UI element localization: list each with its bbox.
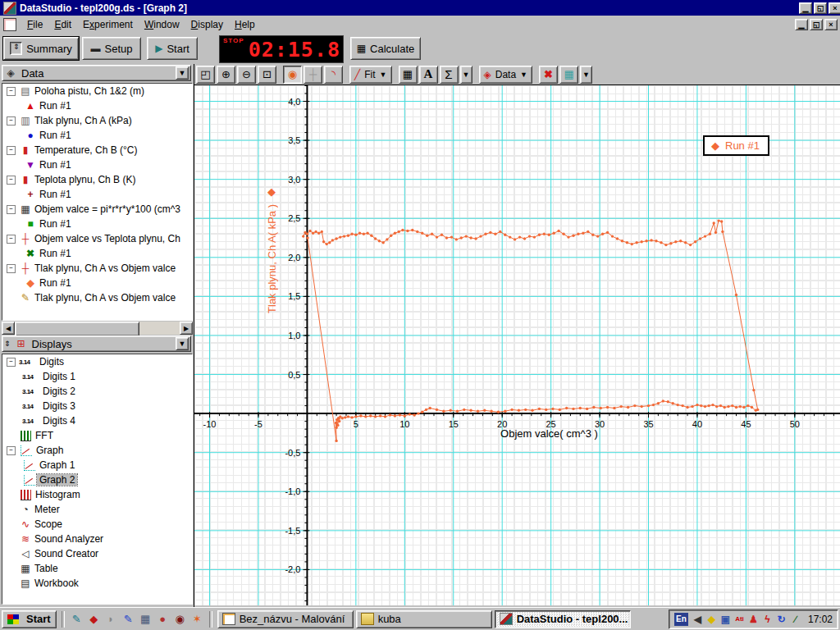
chart-canvas[interactable]: -10-55101520253035404550-2,0-1,5-1,0-0,5… bbox=[194, 85, 840, 605]
data-panel-header[interactable]: ◈ Data ▼ bbox=[2, 65, 191, 81]
lightning-icon[interactable]: ϟ bbox=[761, 613, 774, 626]
menu-edit[interactable]: Edit bbox=[48, 17, 77, 32]
title-bar[interactable]: DataStudio - tepl200g.ds - [Graph 2] ▁ ◱… bbox=[0, 0, 840, 16]
fit-dropdown[interactable]: ╱ Fit ▼ bbox=[349, 66, 392, 84]
display-item-workbook[interactable]: ▤Workbook bbox=[2, 576, 192, 591]
setup-button[interactable]: ▬ Setup bbox=[82, 37, 141, 60]
volume-icon[interactable]: ◀ bbox=[692, 613, 704, 626]
display-item-graph-2[interactable]: Graph 2 bbox=[2, 472, 192, 487]
smart-tool-button[interactable]: ◉ bbox=[283, 66, 302, 84]
data-item-0-run[interactable]: ▲Run #1 bbox=[2, 98, 192, 113]
graph-display[interactable]: -10-55101520253035404550-2,0-1,5-1,0-0,5… bbox=[194, 85, 840, 605]
graph-settings-button[interactable]: ▦ bbox=[559, 66, 578, 84]
task-button-datastudio[interactable]: DataStudio - tepl200... bbox=[495, 610, 631, 628]
display-item-digits-2[interactable]: 3.14Digits 2 bbox=[2, 384, 192, 399]
zoom-out-button[interactable]: ⊖ bbox=[237, 66, 256, 84]
scale-to-fit-button[interactable]: ◰ bbox=[196, 66, 215, 84]
start-menu-button[interactable]: Start bbox=[2, 610, 57, 628]
restore-button[interactable]: ◱ bbox=[814, 2, 827, 14]
displays-panel-dropdown-arrow[interactable]: ▼ bbox=[176, 337, 189, 350]
acrobat-reader-icon[interactable]: ◆ bbox=[87, 612, 101, 626]
legend[interactable]: ◆ Run #1 bbox=[703, 135, 769, 156]
data-item-5-run[interactable]: ✖Run #1 bbox=[2, 246, 192, 261]
graph-window-icon[interactable] bbox=[3, 18, 16, 31]
child-minimize-button[interactable]: ▁ bbox=[795, 19, 808, 30]
expander-icon[interactable]: − bbox=[7, 205, 16, 214]
display-item-sound-creator[interactable]: ◁Sound Creator bbox=[2, 546, 192, 561]
close-button[interactable]: × bbox=[829, 2, 840, 14]
expander-icon[interactable]: − bbox=[7, 235, 16, 244]
data-dropdown[interactable]: ◈ Data ▼ bbox=[479, 66, 533, 84]
zoom-in-button[interactable]: ⊕ bbox=[217, 66, 235, 84]
data-item-6-run[interactable]: ◆Run #1 bbox=[2, 276, 192, 290]
display-item-meter[interactable]: ◔Meter bbox=[2, 502, 192, 517]
data-panel-dropdown-arrow[interactable]: ▼ bbox=[176, 66, 189, 80]
child-close-button[interactable]: × bbox=[824, 19, 838, 30]
summary-button[interactable]: ⇕ Summary bbox=[3, 37, 79, 60]
display-item-graph[interactable]: −Graph bbox=[2, 443, 192, 458]
expander-icon[interactable]: − bbox=[7, 264, 16, 273]
keyboard-layout-indicator[interactable]: En bbox=[674, 613, 688, 626]
start-button[interactable]: ▶ Start bbox=[147, 37, 198, 60]
user-icon[interactable]: ♟ bbox=[747, 613, 760, 626]
scroll-left-arrow[interactable]: ◀ bbox=[2, 322, 15, 335]
display-item-histogram[interactable]: Histogram bbox=[2, 487, 192, 502]
display-item-table[interactable]: ▦Table bbox=[2, 561, 192, 576]
series-run-1[interactable] bbox=[302, 219, 759, 442]
winamp-icon[interactable]: ✶ bbox=[190, 612, 204, 626]
menu-file[interactable]: File bbox=[21, 17, 48, 32]
display-item-digits[interactable]: −3.14Digits bbox=[2, 354, 192, 369]
data-tree-hscrollbar[interactable]: ◀ ▶ bbox=[2, 322, 193, 335]
data-item-4-run[interactable]: ■Run #1 bbox=[2, 217, 192, 231]
bird-icon[interactable]: ◗ bbox=[104, 612, 118, 626]
expander-icon[interactable]: − bbox=[7, 87, 16, 96]
data-item-1-run[interactable]: ●Run #1 bbox=[2, 128, 192, 143]
display-item-digits-3[interactable]: 3.14Digits 3 bbox=[2, 399, 192, 413]
data-item-3[interactable]: −▮Teplota plynu, Ch B (K) bbox=[2, 172, 192, 187]
text-tool-button[interactable]: A bbox=[419, 66, 438, 84]
child-restore-button[interactable]: ◱ bbox=[810, 19, 823, 30]
display-item-sound-analyzer[interactable]: ≋Sound Analyzer bbox=[2, 532, 192, 546]
refresh-icon[interactable]: ↻ bbox=[775, 613, 788, 626]
display-item-digits-1[interactable]: 3.14Digits 1 bbox=[2, 369, 192, 384]
expander-icon[interactable]: − bbox=[7, 116, 16, 126]
expander-icon[interactable]: − bbox=[7, 146, 16, 155]
zoom-select-button[interactable]: ⊡ bbox=[258, 66, 276, 84]
menu-experiment[interactable]: Experiment bbox=[77, 17, 139, 32]
data-item-5[interactable]: −┼Objem valce vs Teplota plynu, Ch bbox=[2, 231, 192, 246]
graph-settings-dropdown-arrow[interactable]: ▼ bbox=[580, 66, 592, 84]
splitter-handle-icon[interactable]: ⇕ bbox=[4, 340, 11, 348]
calculate-tool-button[interactable]: ▦ bbox=[399, 66, 418, 84]
data-item-4[interactable]: −▦Objem valce = pi*r*r*y*100 (cm^3 bbox=[2, 202, 192, 217]
display-item-digits-4[interactable]: 3.14Digits 4 bbox=[2, 413, 192, 428]
calculator-icon[interactable]: ▦ bbox=[139, 612, 153, 626]
data-item-1[interactable]: −▥Tlak plynu, Ch A (kPa) bbox=[2, 113, 192, 128]
pen-icon[interactable]: ✎ bbox=[121, 612, 135, 626]
remove-button[interactable]: ✖ bbox=[539, 66, 558, 84]
pen2-icon[interactable]: ∕ bbox=[789, 613, 801, 626]
scheduler-icon[interactable]: ▣ bbox=[719, 613, 732, 626]
menu-display[interactable]: Display bbox=[185, 17, 229, 32]
data-item-2[interactable]: −▮Temperature, Ch B (°C) bbox=[2, 143, 192, 158]
ati-icon[interactable]: Ati bbox=[733, 613, 746, 626]
task-button-folder-kuba[interactable]: kuba bbox=[356, 610, 492, 628]
data-item-2-run[interactable]: ▼Run #1 bbox=[2, 158, 192, 172]
paint-icon[interactable]: ✎ bbox=[70, 612, 84, 626]
display-item-fft[interactable]: FFT bbox=[2, 428, 192, 443]
data-item-6[interactable]: −┼Tlak plynu, Ch A vs Objem valce bbox=[2, 261, 192, 276]
expander-icon[interactable]: − bbox=[7, 358, 16, 367]
opera-icon[interactable]: ◉ bbox=[173, 612, 187, 626]
display-item-scope[interactable]: ∿Scope bbox=[2, 517, 192, 532]
minimize-button[interactable]: ▁ bbox=[799, 2, 812, 14]
calculate-button[interactable]: ▦ Calculate bbox=[350, 37, 421, 60]
scroll-thumb[interactable] bbox=[15, 322, 139, 336]
diamond-icon[interactable]: ◆ bbox=[705, 613, 718, 626]
menu-window[interactable]: Window bbox=[139, 17, 185, 32]
statistics-button[interactable]: Σ bbox=[440, 66, 459, 84]
dragon-icon[interactable]: ● bbox=[156, 612, 170, 626]
task-button-paint[interactable]: Bez_názvu - Malování bbox=[217, 610, 354, 628]
data-item-7[interactable]: ✎Tlak plynu, Ch A vs Objem valce bbox=[2, 290, 192, 305]
menu-help[interactable]: Help bbox=[229, 17, 261, 32]
data-item-0[interactable]: −▤Poloha pistu, Ch 1&2 (m) bbox=[2, 84, 192, 98]
xy-tool-button[interactable]: ┼ bbox=[304, 66, 322, 84]
